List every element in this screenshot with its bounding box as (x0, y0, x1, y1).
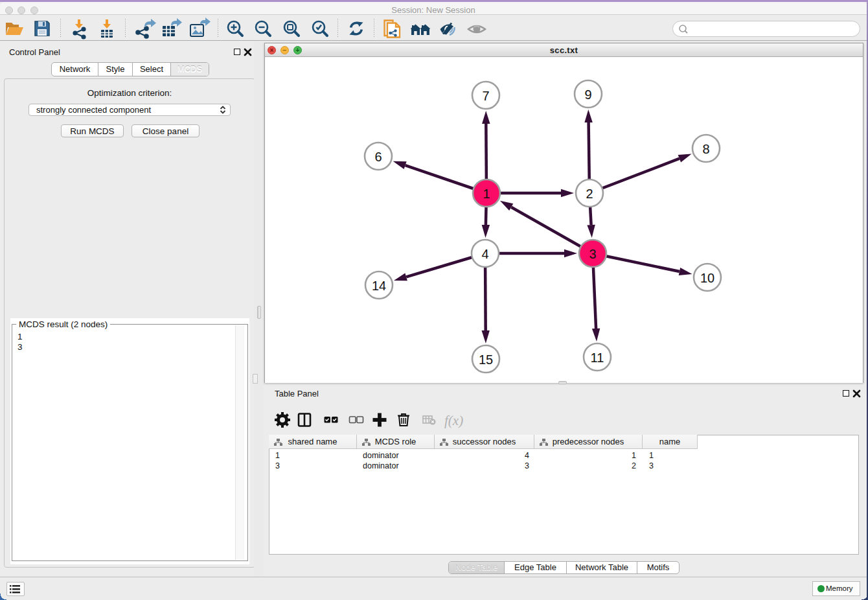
svg-text:11: 11 (591, 351, 604, 365)
svg-text:6: 6 (374, 150, 382, 164)
svg-text:4: 4 (481, 247, 488, 261)
svg-text:8: 8 (702, 142, 709, 156)
svg-text:7: 7 (482, 89, 489, 103)
svg-text:1: 1 (483, 187, 490, 201)
svg-text:10: 10 (700, 271, 714, 285)
svg-text:3: 3 (589, 247, 596, 261)
svg-text:f(x): f(x) (444, 413, 463, 428)
svg-text:15: 15 (479, 352, 493, 367)
svg-text:14: 14 (372, 279, 386, 293)
svg-text:9: 9 (584, 87, 591, 102)
svg-text:2: 2 (586, 187, 593, 201)
